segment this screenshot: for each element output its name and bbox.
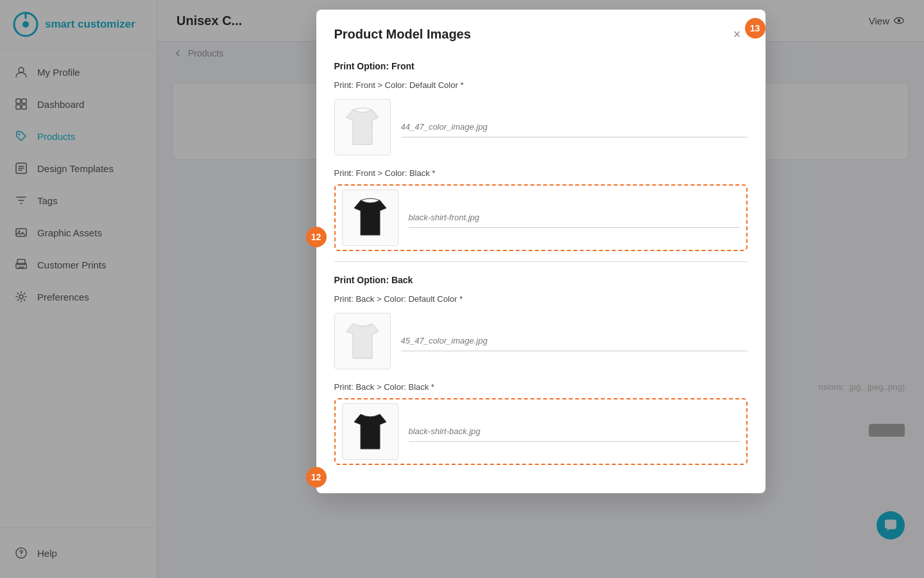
front-default-row: 44_47_color_image.jpg bbox=[334, 96, 748, 158]
section-back: Print Option: Back Print: Back > Color: … bbox=[334, 275, 748, 465]
front-black-row: black-shirt-front.jpg bbox=[334, 184, 748, 251]
badge-12-back: 12 bbox=[306, 467, 327, 487]
section-divider bbox=[334, 261, 748, 262]
modal-title: Product Model Images bbox=[334, 27, 471, 42]
print-option-back-label: Print Option: Back bbox=[334, 275, 748, 285]
back-default-label: Print: Back > Color: Default Color * bbox=[334, 294, 748, 304]
back-default-thumb bbox=[334, 313, 391, 369]
front-default-filename[interactable]: 44_47_color_image.jpg bbox=[401, 117, 748, 137]
front-default-label: Print: Front > Color: Default Color * bbox=[334, 80, 748, 90]
front-black-label: Print: Front > Color: Black * bbox=[334, 168, 748, 178]
section-front: Print Option: Front Print: Front > Color… bbox=[334, 61, 748, 251]
back-default-filename[interactable]: 45_47_color_image.jpg bbox=[401, 331, 748, 351]
modal-header: Product Model Images × bbox=[316, 10, 766, 55]
back-black-thumb bbox=[342, 403, 398, 460]
front-default-thumb bbox=[334, 99, 391, 155]
black-shirt-back-svg bbox=[351, 409, 389, 454]
modal-body: Print Option: Front Print: Front > Color… bbox=[316, 55, 766, 493]
back-black-label: Print: Back > Color: Black * bbox=[334, 382, 748, 392]
badge-12-front: 12 bbox=[306, 227, 327, 247]
white-shirt-svg bbox=[343, 105, 382, 150]
back-default-row: 45_47_color_image.jpg bbox=[334, 310, 748, 372]
print-option-front-label: Print Option: Front bbox=[334, 61, 748, 71]
product-model-images-modal: Product Model Images × Print Option: Fro… bbox=[316, 10, 766, 493]
front-black-thumb bbox=[342, 189, 398, 246]
badge-13: 13 bbox=[745, 18, 766, 39]
back-black-filename[interactable]: black-shirt-back.jpg bbox=[409, 421, 740, 442]
front-black-filename[interactable]: black-shirt-front.jpg bbox=[409, 207, 740, 228]
back-black-row: black-shirt-back.jpg bbox=[334, 398, 748, 465]
black-shirt-svg bbox=[351, 195, 389, 240]
white-shirt-back-svg bbox=[343, 319, 382, 363]
